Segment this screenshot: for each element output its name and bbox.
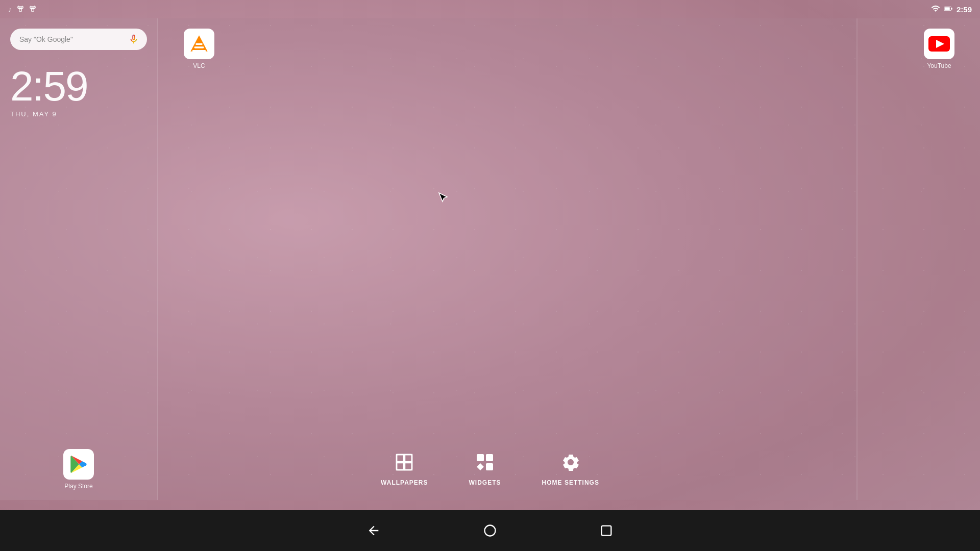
search-bar[interactable]: Say "Ok Google"	[10, 29, 147, 50]
yt-play-button	[928, 36, 950, 52]
svg-rect-14	[486, 463, 493, 470]
battery-icon	[944, 5, 952, 14]
usb-icon-1	[17, 5, 24, 14]
status-time: 2:59	[957, 5, 972, 14]
yt-triangle	[936, 40, 944, 48]
svg-rect-12	[477, 454, 484, 461]
clock-time: 2:59	[10, 65, 88, 107]
nav-bar	[0, 510, 980, 551]
svg-rect-4	[194, 46, 204, 48]
bottom-menu: WALLPAPERS WIDGETS HOME SETTINGS	[0, 439, 980, 500]
svg-rect-10	[397, 463, 404, 470]
svg-rect-13	[486, 454, 493, 461]
wifi-icon	[931, 5, 940, 14]
svg-rect-11	[405, 463, 412, 470]
widgets-label: WIDGETS	[469, 479, 501, 486]
panel-middle[interactable]: VLC	[158, 18, 857, 500]
youtube-app[interactable]: YouTube	[924, 29, 954, 69]
recents-button[interactable]	[599, 523, 614, 538]
youtube-icon	[924, 29, 954, 59]
back-button[interactable]	[366, 523, 381, 538]
mic-icon[interactable]	[128, 33, 140, 45]
panel-left: Say "Ok Google" 2:59	[0, 18, 158, 500]
svg-rect-5	[195, 43, 202, 45]
music-note-icon: ♪	[8, 5, 12, 13]
wallpapers-icon	[395, 453, 413, 474]
vlc-app[interactable]: VLC	[184, 29, 214, 69]
svg-rect-16	[602, 526, 611, 536]
widgets-menu-item[interactable]: WIDGETS	[469, 453, 501, 486]
svg-rect-2	[945, 7, 950, 10]
widgets-icon	[476, 453, 494, 474]
home-settings-icon	[561, 453, 580, 474]
wallpapers-label: WALLPAPERS	[381, 479, 428, 486]
vlc-icon	[184, 29, 214, 59]
svg-rect-6	[192, 50, 206, 52]
home-settings-label: HOME SETTINGS	[542, 479, 599, 486]
status-bar: ♪ 2:59	[0, 0, 980, 18]
svg-rect-8	[397, 455, 404, 462]
home-button[interactable]	[483, 523, 497, 538]
clock-date: THU, MAY 9	[10, 110, 57, 118]
svg-rect-9	[405, 455, 412, 462]
usb-icon-2	[29, 5, 36, 14]
home-container: Say "Ok Google" 2:59	[0, 18, 980, 500]
panel-right[interactable]: YouTube	[857, 18, 980, 500]
search-placeholder: Say "Ok Google"	[19, 35, 124, 43]
svg-point-15	[485, 525, 496, 536]
vlc-label: VLC	[193, 62, 205, 69]
status-bar-left: ♪	[8, 5, 36, 14]
status-bar-right: 2:59	[931, 5, 972, 14]
clock-widget: 2:59 THU, MAY 9	[10, 60, 147, 123]
mouse-cursor	[438, 192, 448, 202]
home-settings-menu-item[interactable]: HOME SETTINGS	[542, 453, 599, 486]
youtube-label: YouTube	[927, 62, 951, 69]
wallpapers-menu-item[interactable]: WALLPAPERS	[381, 453, 428, 486]
svg-rect-1	[951, 8, 952, 10]
